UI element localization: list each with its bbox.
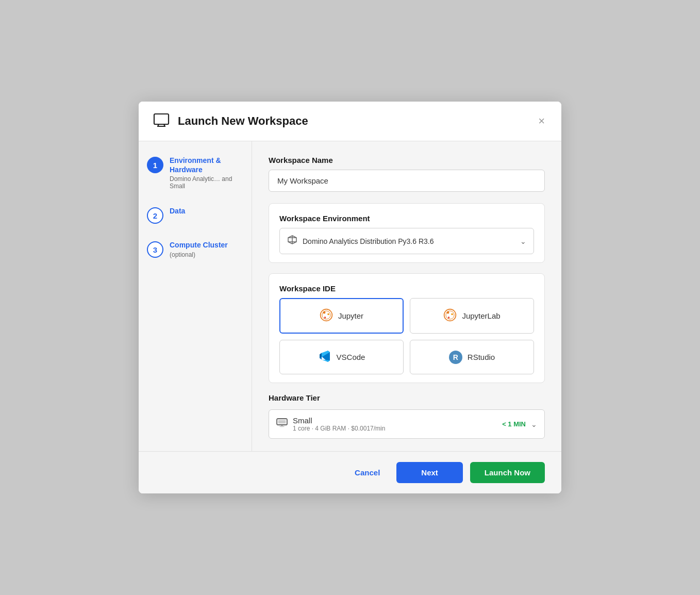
rstudio-icon: R [449,351,462,364]
ide-rstudio-button[interactable]: R RStudio [410,340,534,374]
hardware-time: < 1 MIN [502,420,526,428]
launch-now-button[interactable]: Launch Now [470,462,545,483]
sidebar-item-environment-hardware[interactable]: 1 Environment & Hardware Domino Analytic… [147,156,243,190]
next-button[interactable]: Next [396,462,463,483]
svg-point-16 [452,313,454,316]
step-3-label: Compute Cluster (optional) [170,240,228,258]
workspace-ide-section: Workspace IDE Ju [269,273,545,383]
hardware-name: Small [293,416,502,425]
svg-point-11 [327,313,329,316]
svg-point-15 [447,311,449,314]
vscode-label: VSCode [337,353,365,361]
dialog-header: Launch New Workspace × [139,102,561,141]
dialog-footer: Cancel Next Launch Now [139,451,561,493]
svg-point-10 [323,311,325,314]
step-2-circle: 2 [147,207,163,224]
hardware-chevron-icon: ⌄ [531,420,537,428]
environment-value: Domino Analytics Distribution Py3.6 R3.6 [303,237,520,245]
ide-vscode-button[interactable]: VSCode [279,340,404,374]
ide-jupyter-button[interactable]: Jupyter [279,298,404,334]
step-1-label: Environment & Hardware Domino Analytic… … [170,156,243,190]
jupyterlab-label: JupyterLab [462,311,500,320]
step-3-circle: 3 [147,241,163,258]
rstudio-label: RStudio [468,353,495,361]
hardware-tier-label: Hardware Tier [269,393,545,402]
hardware-icon [276,418,288,430]
environment-dropdown[interactable]: Domino Analytics Distribution Py3.6 R3.6… [279,228,534,254]
main-content: Workspace Name Workspace Environment Dom… [252,141,561,451]
workspace-environment-section: Workspace Environment Domino Analytics D… [269,203,545,263]
hardware-info: Small 1 core · 4 GiB RAM · $0.0017/min [293,416,502,432]
sidebar-item-data[interactable]: 2 Data [147,206,243,224]
workspace-name-input[interactable] [269,170,545,192]
ide-jupyterlab-button[interactable]: JupyterLab [410,298,534,334]
jupyter-icon [320,308,333,323]
workspace-environment-label: Workspace Environment [279,214,534,223]
vscode-icon [318,350,331,365]
launch-workspace-dialog: Launch New Workspace × 1 Environment & H… [139,102,561,493]
jupyterlab-icon [443,308,457,323]
jupyter-label: Jupyter [338,311,363,320]
svg-rect-19 [278,420,286,423]
dialog-title: Launch New Workspace [178,114,536,128]
monitor-icon [153,112,170,130]
sidebar: 1 Environment & Hardware Domino Analytic… [139,141,252,451]
workspace-name-label: Workspace Name [269,156,545,164]
svg-point-17 [448,317,450,319]
cube-icon [287,235,297,247]
svg-rect-0 [154,114,169,124]
step-1-circle: 1 [147,157,163,173]
hardware-details: 1 core · 4 GiB RAM · $0.0017/min [293,425,502,432]
svg-point-12 [324,317,326,319]
sidebar-item-compute-cluster[interactable]: 3 Compute Cluster (optional) [147,240,243,258]
hardware-tier-dropdown[interactable]: Small 1 core · 4 GiB RAM · $0.0017/min <… [269,409,545,439]
workspace-ide-label: Workspace IDE [279,284,534,293]
svg-point-20 [279,426,285,427]
step-2-label: Data [170,206,185,216]
dialog-body: 1 Environment & Hardware Domino Analytic… [139,141,561,451]
close-button[interactable]: × [536,113,547,129]
chevron-down-icon: ⌄ [520,237,526,245]
cancel-button[interactable]: Cancel [345,463,389,482]
ide-grid: Jupyter Jupyte [279,298,534,374]
